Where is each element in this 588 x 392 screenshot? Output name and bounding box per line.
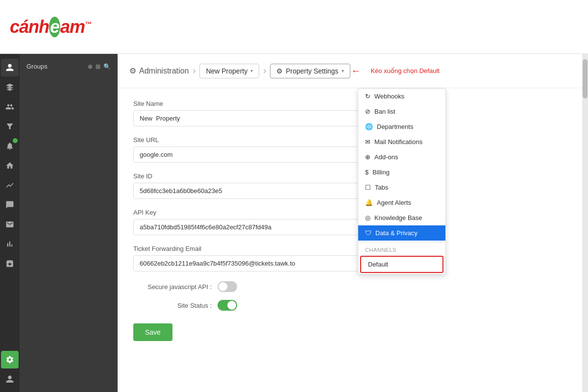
- dropdown-item-mail-notifications[interactable]: ✉ Mail Notifications: [358, 134, 445, 149]
- site-status-knob: [227, 301, 236, 310]
- knowledge-base-icon: ◎: [365, 214, 370, 221]
- sidebar-item-chart[interactable]: [1, 235, 19, 253]
- sidebar-item-activity[interactable]: [1, 176, 19, 194]
- billing-label: Billing: [372, 169, 390, 176]
- site-status-row: Site Status :: [133, 300, 474, 311]
- sidebar-item-chat[interactable]: [1, 196, 19, 214]
- breadcrumb-separator-1: ›: [193, 66, 196, 76]
- group-add-icon[interactable]: ⊕: [88, 63, 93, 70]
- red-arrow-top: ←: [351, 65, 361, 76]
- banlist-label: Ban list: [374, 108, 395, 115]
- knowledge-base-label: Knowledge Base: [374, 214, 422, 221]
- departments-icon: 🌐: [365, 123, 373, 130]
- main-content: ⚙ Administration › New Property ▾ › ⚙ Pr…: [118, 54, 588, 392]
- admin-label: Administration: [139, 67, 189, 75]
- mail-notifications-label: Mail Notifications: [374, 138, 422, 146]
- property-settings-gear-icon: ⚙: [276, 67, 283, 75]
- billing-icon: $: [365, 169, 368, 176]
- banlist-icon: ⊘: [365, 108, 370, 115]
- annotation-label: Kéo xuống chọn Default: [371, 67, 440, 74]
- sidebar-item-user-bottom[interactable]: [1, 370, 19, 388]
- new-property-label: New Property: [206, 67, 247, 75]
- icon-strip: [0, 54, 20, 392]
- dropdown-item-banlist[interactable]: ⊘ Ban list: [358, 104, 445, 119]
- webhooks-icon: ↻: [365, 93, 370, 100]
- dropdown-item-billing[interactable]: $ Billing: [358, 165, 445, 180]
- sidebar-item-filter[interactable]: [1, 118, 19, 135]
- sidebar-item-settings[interactable]: [1, 351, 19, 368]
- notification-badge-dot: [13, 138, 18, 143]
- addons-label: Add-ons: [374, 153, 398, 161]
- sidebar-item-layers[interactable]: [1, 78, 19, 96]
- admin-gear-icon: ⚙: [129, 66, 136, 75]
- save-button[interactable]: Save: [133, 323, 172, 341]
- api-key-input[interactable]: [133, 219, 359, 235]
- groups-header: Groups ⊕ ⊞ 🔍: [20, 59, 118, 74]
- data-privacy-icon: 🛡: [365, 229, 371, 237]
- sidebar-item-users[interactable]: [1, 98, 19, 116]
- site-status-label: Site Status :: [133, 302, 212, 309]
- dropdown-item-default[interactable]: Default: [360, 256, 443, 273]
- site-url-input[interactable]: [133, 147, 359, 163]
- dropdown-item-webhooks[interactable]: ↻ Webhooks: [358, 89, 445, 104]
- channels-section-label: Channels: [358, 245, 445, 255]
- dropdown-item-knowledge-base[interactable]: ◎ Knowledge Base: [358, 210, 445, 225]
- default-label: Default: [368, 261, 388, 268]
- property-settings-button[interactable]: ⚙ Property Settings ▾: [270, 64, 350, 78]
- addons-icon: ⊕: [365, 153, 370, 161]
- group-grid-icon[interactable]: ⊞: [96, 63, 100, 70]
- secure-js-toggle[interactable]: [218, 281, 237, 292]
- secure-js-knob: [219, 282, 227, 291]
- group-search-icon[interactable]: 🔍: [103, 63, 111, 70]
- sidebar-item-notifications[interactable]: [1, 137, 19, 155]
- property-settings-label: Property Settings: [286, 67, 338, 75]
- breadcrumb-separator-2: ›: [263, 66, 266, 76]
- groups-label: Groups: [26, 63, 48, 70]
- new-property-button[interactable]: New Property ▾: [199, 64, 259, 78]
- main-layout: Groups ⊕ ⊞ 🔍 ⚙ Administration › New Prop…: [0, 54, 588, 392]
- dropdown-item-addons[interactable]: ⊕ Add-ons: [358, 149, 445, 165]
- ticket-email-input[interactable]: [133, 255, 359, 271]
- top-bar: cánheam™: [0, 0, 588, 54]
- sidebar-item-mail[interactable]: [1, 216, 19, 233]
- departments-label: Departments: [377, 123, 413, 130]
- secure-js-label: Secure javascript API :: [133, 283, 212, 291]
- scrollbar-thumb[interactable]: [583, 59, 588, 98]
- site-status-toggle[interactable]: [218, 300, 237, 311]
- new-property-chevron-icon: ▾: [250, 68, 253, 74]
- sidebar-item-home[interactable]: [1, 157, 19, 174]
- breadcrumb-bar: ⚙ Administration › New Property ▾ › ⚙ Pr…: [118, 54, 588, 88]
- scrollbar-track[interactable]: [582, 54, 588, 392]
- annotation-text: Kéo xuống chọn Default: [371, 67, 440, 74]
- dropdown-item-data-privacy[interactable]: 🛡 Data & Privacy: [358, 225, 445, 241]
- logo: cánheam™: [10, 17, 91, 37]
- mail-notifications-icon: ✉: [365, 138, 370, 146]
- site-id-input[interactable]: [133, 183, 359, 199]
- dropdown-item-agent-alerts[interactable]: 🔔 Agent Alerts: [358, 195, 445, 210]
- agent-alerts-label: Agent Alerts: [377, 199, 411, 206]
- default-item-wrapper: Default: [358, 255, 445, 274]
- webhooks-label: Webhooks: [374, 93, 404, 100]
- tabs-icon: ☐: [365, 184, 371, 191]
- dropdown-item-tabs[interactable]: ☐ Tabs: [358, 180, 445, 195]
- sidebar-item-user[interactable]: [1, 59, 19, 76]
- groups-icons: ⊕ ⊞ 🔍: [88, 63, 111, 70]
- tabs-label: Tabs: [375, 184, 388, 191]
- dropdown-item-departments[interactable]: 🌐 Departments: [358, 119, 445, 134]
- breadcrumb-admin: ⚙ Administration: [129, 66, 189, 75]
- agent-alerts-icon: 🔔: [365, 199, 373, 206]
- dropdown-divider: [358, 243, 445, 243]
- property-settings-chevron-icon: ▾: [342, 68, 344, 74]
- dropdown-menu: ↻ Webhooks ⊘ Ban list 🌐 Departments ✉ Ma…: [358, 88, 446, 274]
- groups-sidebar: Groups ⊕ ⊞ 🔍: [20, 54, 118, 392]
- data-privacy-label: Data & Privacy: [375, 229, 417, 237]
- secure-js-row: Secure javascript API :: [133, 281, 474, 292]
- site-name-input[interactable]: [133, 110, 359, 126]
- sidebar-item-packages[interactable]: [1, 255, 19, 272]
